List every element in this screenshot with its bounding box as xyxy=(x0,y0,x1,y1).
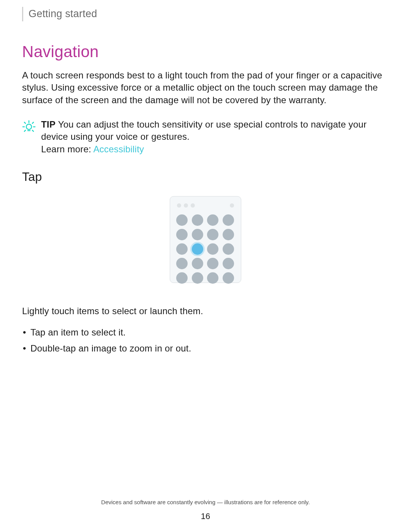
app-icon xyxy=(223,229,234,240)
status-dot xyxy=(191,203,195,208)
illustration-container xyxy=(22,196,389,283)
accessibility-link[interactable]: Accessibility xyxy=(93,144,144,154)
intro-paragraph: A touch screen responds best to a light … xyxy=(22,69,389,106)
list-item: Tap an item to select it. xyxy=(30,326,389,339)
svg-line-5 xyxy=(32,122,33,123)
app-icon-tapped xyxy=(192,243,203,255)
page-container: Getting started Navigation A touch scree… xyxy=(0,0,411,532)
app-icon xyxy=(207,214,218,226)
app-icon xyxy=(176,243,188,255)
page-heading: Navigation xyxy=(22,43,389,61)
tip-block: TIP You can adjust the touch sensitivity… xyxy=(22,118,389,155)
status-dot xyxy=(230,203,234,208)
bullet-list: Tap an item to select it. Double-tap an … xyxy=(22,326,389,356)
app-grid xyxy=(176,214,235,284)
svg-line-7 xyxy=(32,130,33,131)
app-icon xyxy=(223,214,234,226)
status-bar xyxy=(176,203,235,208)
section-caption: Lightly touch items to select or launch … xyxy=(22,305,389,317)
app-icon xyxy=(223,243,234,255)
app-icon xyxy=(223,258,234,269)
app-icon xyxy=(176,229,188,240)
tap-illustration xyxy=(170,196,241,283)
section-heading-tap: Tap xyxy=(22,170,389,184)
learn-more-label: Learn more: xyxy=(41,144,91,154)
app-icon xyxy=(192,214,203,226)
app-icon xyxy=(192,272,203,284)
tip-label: TIP xyxy=(41,119,56,129)
app-icon xyxy=(192,229,203,240)
app-icon xyxy=(176,258,188,269)
tip-text: You can adjust the touch sensitivity or … xyxy=(41,119,366,142)
app-icon xyxy=(223,272,234,284)
svg-line-4 xyxy=(24,122,25,123)
app-icon xyxy=(207,243,218,255)
svg-point-0 xyxy=(26,124,32,129)
status-dot xyxy=(184,203,188,208)
tip-content: TIP You can adjust the touch sensitivity… xyxy=(41,118,389,155)
app-icon xyxy=(192,258,203,269)
app-icon xyxy=(207,258,218,269)
status-dot xyxy=(177,203,181,208)
app-icon xyxy=(176,214,188,226)
svg-line-6 xyxy=(24,130,25,131)
app-icon xyxy=(207,272,218,284)
app-icon xyxy=(176,272,188,284)
footer-note: Devices and software are constantly evol… xyxy=(0,499,411,505)
page-number: 16 xyxy=(0,511,411,521)
lightbulb-icon xyxy=(22,119,36,133)
list-item: Double-tap an image to zoom in or out. xyxy=(30,342,389,355)
breadcrumb: Getting started xyxy=(22,7,389,21)
footer: Devices and software are constantly evol… xyxy=(0,499,411,521)
app-icon xyxy=(207,229,218,240)
